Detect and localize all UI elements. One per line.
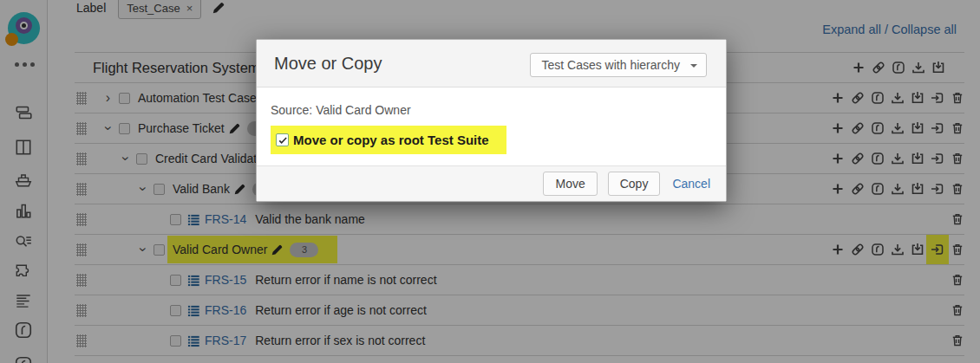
chevron-down-icon — [690, 64, 697, 71]
hierarchy-dropdown[interactable]: Test Cases with hierarchy — [530, 53, 707, 77]
checkmark-icon — [278, 135, 288, 146]
root-suite-checkbox[interactable] — [276, 133, 289, 146]
dialog-header: Move or Copy Test Cases with hierarchy — [257, 40, 726, 88]
copy-button[interactable]: Copy — [608, 172, 661, 196]
app-window: Label Test_Case × Expand all / Collapse … — [0, 0, 980, 363]
source-line: Source: Valid Card Owner — [271, 103, 712, 117]
move-button[interactable]: Move — [543, 172, 597, 196]
dialog-title: Move or Copy — [274, 54, 382, 74]
root-suite-option-highlight: Move or copy as root Test Suite — [271, 126, 506, 154]
cancel-link[interactable]: Cancel — [672, 177, 710, 191]
move-or-copy-dialog: Move or Copy Test Cases with hierarchy S… — [256, 39, 727, 202]
dialog-body: Source: Valid Card Owner Move or copy as… — [257, 88, 726, 165]
root-suite-checkbox-label: Move or copy as root Test Suite — [293, 133, 489, 147]
dialog-footer: Move Copy Cancel — [257, 165, 726, 201]
hierarchy-dropdown-value: Test Cases with hierarchy — [541, 58, 680, 72]
